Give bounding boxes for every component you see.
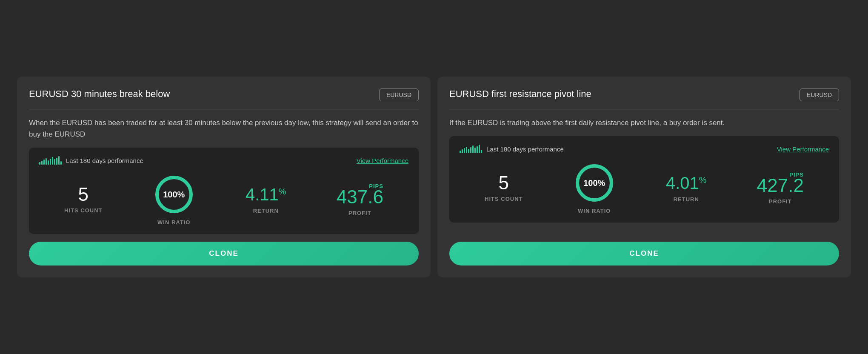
profit-value: 437.6	[337, 188, 383, 206]
hits-count-label: HITS COUNT	[64, 207, 102, 214]
profit-value: 427.2	[757, 176, 804, 195]
card-title: EURUSD 30 minutes break below	[29, 88, 372, 100]
win-ratio-metric: 100% WIN RATIO	[573, 162, 616, 214]
card-title: EURUSD first resistance pivot line	[449, 88, 793, 100]
return-label: RETURN	[674, 196, 699, 203]
win-ratio-donut: 100%	[573, 162, 616, 204]
card-description: When the EURUSD has been traded for at l…	[29, 117, 419, 140]
hits-count-value: 5	[78, 185, 89, 204]
performance-metrics: 5 HITS COUNT 100% WIN RATIO	[39, 173, 408, 226]
card-divider	[29, 109, 419, 109]
bars-chart-icon	[460, 145, 482, 153]
clone-button[interactable]: CLONE	[29, 242, 419, 266]
win-ratio-donut: 100%	[153, 173, 195, 216]
performance-label-group: Last 180 days performance	[460, 145, 564, 153]
performance-metrics: 5 HITS COUNT 100% WIN RATIO	[460, 162, 829, 214]
return-label: RETURN	[253, 208, 279, 214]
return-metric: 4.01% RETURN	[666, 174, 707, 203]
profit-label: PROFIT	[348, 210, 371, 216]
clone-button[interactable]: CLONE	[449, 242, 839, 266]
performance-label-group: Last 180 days performance	[39, 156, 143, 165]
view-performance-link[interactable]: View Performance	[357, 157, 408, 164]
return-value: 4.11%	[246, 185, 286, 204]
card-badge: EURUSD	[379, 88, 419, 101]
performance-label: Last 180 days performance	[486, 146, 564, 153]
performance-box: Last 180 days performance View Performan…	[449, 136, 839, 223]
profit-metric: PIPS 427.2 PROFIT	[757, 171, 804, 205]
hits-count-metric: 5 HITS COUNT	[485, 174, 523, 202]
performance-label: Last 180 days performance	[66, 157, 143, 164]
strategy-card-2: EURUSD first resistance pivot line EURUS…	[437, 77, 851, 277]
view-performance-link[interactable]: View Performance	[777, 146, 829, 153]
profit-container: PIPS 437.6	[337, 183, 383, 206]
card-badge: EURUSD	[799, 88, 839, 101]
card-header: EURUSD 30 minutes break below EURUSD	[29, 88, 419, 101]
performance-header: Last 180 days performance View Performan…	[460, 145, 829, 153]
cards-container: EURUSD 30 minutes break below EURUSD Whe…	[9, 68, 859, 286]
win-ratio-label: WIN RATIO	[578, 208, 611, 214]
win-ratio-label-inner: 100%	[583, 178, 605, 188]
return-value: 4.01%	[666, 174, 707, 193]
bars-chart-icon	[39, 156, 62, 165]
win-ratio-label: WIN RATIO	[157, 219, 190, 226]
hits-count-metric: 5 HITS COUNT	[64, 185, 102, 214]
card-description: If the EURUSD is trading above the first…	[449, 117, 839, 128]
performance-box: Last 180 days performance View Performan…	[29, 148, 419, 234]
strategy-card-1: EURUSD 30 minutes break below EURUSD Whe…	[17, 77, 431, 277]
profit-metric: PIPS 437.6 PROFIT	[337, 183, 383, 216]
card-header: EURUSD first resistance pivot line EURUS…	[449, 88, 839, 101]
hits-count-value: 5	[499, 174, 509, 192]
card-divider	[449, 109, 839, 109]
hits-count-label: HITS COUNT	[485, 196, 523, 202]
profit-label: PROFIT	[769, 198, 792, 205]
profit-container: PIPS 427.2	[757, 171, 804, 195]
performance-header: Last 180 days performance View Performan…	[39, 156, 408, 165]
return-metric: 4.11% RETURN	[246, 185, 286, 214]
win-ratio-metric: 100% WIN RATIO	[153, 173, 195, 226]
win-ratio-label-inner: 100%	[163, 190, 185, 200]
